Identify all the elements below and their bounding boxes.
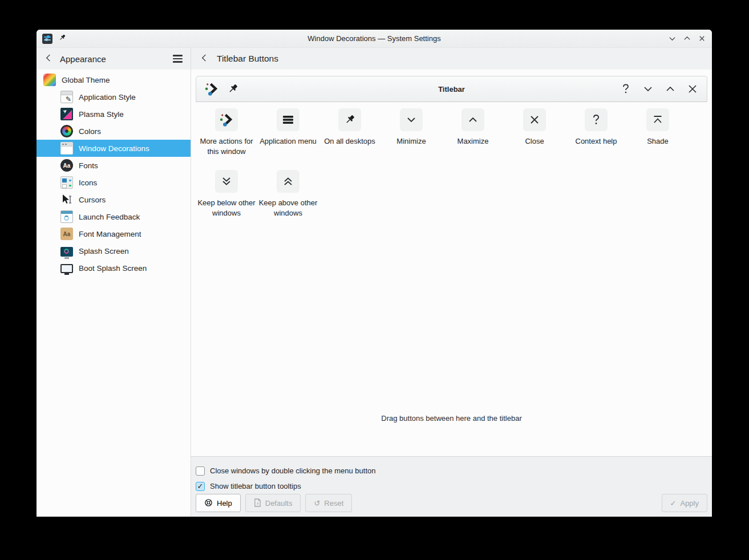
pin-icon: [338, 108, 361, 131]
colors-icon: [60, 125, 73, 137]
reset-button[interactable]: ↺ Reset: [305, 494, 352, 512]
sidebar-item-colors[interactable]: Colors: [37, 123, 191, 140]
sidebar-item-label: Cursors: [79, 196, 106, 204]
drag-button-label: On all desktops: [324, 136, 375, 147]
option-show-tooltips[interactable]: ✓ Show titlebar button tooltips: [196, 478, 707, 494]
sidebar-item-application-style[interactable]: Application Style: [37, 88, 191, 105]
reset-button-label: Reset: [324, 499, 343, 508]
window-titlebar[interactable]: Window Decorations — System Settings: [37, 30, 712, 47]
maximize-icon[interactable]: [664, 83, 677, 95]
sidebar-item-cursors[interactable]: Cursors: [37, 191, 191, 208]
footer-buttons: Help Defaults ↺ Reset ✓ Apply: [196, 494, 707, 512]
launch-feedback-icon: [60, 210, 73, 223]
application-style-icon: [60, 91, 73, 103]
splash-screen-icon: [60, 247, 73, 257]
option-close-double-click[interactable]: Close windows by double clicking the men…: [196, 463, 707, 478]
shade-icon: [646, 108, 669, 131]
minimize-button[interactable]: [668, 34, 677, 43]
document-revert-icon: [254, 498, 261, 508]
checkbox-checked[interactable]: ✓: [196, 482, 205, 491]
sidebar-item-label: Global Theme: [62, 76, 110, 84]
page-header: Titlebar Buttons: [191, 48, 712, 70]
window-decorations-icon: [60, 142, 73, 155]
sidebar-item-font-management[interactable]: Aa Font Management: [37, 225, 191, 242]
sidebar-item-plasma-style[interactable]: Plasma Style: [37, 105, 191, 123]
chevron-up-icon: [461, 108, 484, 131]
drag-button-label: Shade: [647, 136, 669, 147]
sidebar-item-fonts[interactable]: Aa Fonts: [37, 157, 191, 174]
help-button-label: Help: [217, 499, 232, 508]
option-label: Close windows by double clicking the men…: [210, 466, 376, 475]
sidebar-item-launch-feedback[interactable]: Launch Feedback: [37, 208, 191, 225]
plasma-style-icon: [60, 108, 73, 120]
sidebar-item-boot-splash-screen[interactable]: Boot Splash Screen: [37, 259, 191, 277]
cursors-icon: [60, 193, 73, 206]
question-icon: [585, 108, 608, 131]
sidebar-item-label: Plasma Style: [79, 110, 124, 119]
sidebar-item-label: Icons: [79, 178, 97, 187]
defaults-button-label: Defaults: [265, 499, 293, 508]
drag-button-close[interactable]: Close: [504, 108, 565, 170]
drag-button-application-menu[interactable]: Application menu: [257, 108, 319, 170]
close-button[interactable]: [698, 34, 706, 43]
drag-button-context-help[interactable]: Context help: [565, 108, 627, 170]
main-content: Titlebar: [191, 70, 712, 517]
option-label: Show titlebar button tooltips: [210, 482, 301, 490]
back-chevron-icon[interactable]: [200, 54, 209, 64]
double-chevron-up-icon: [277, 170, 299, 193]
drag-button-minimize[interactable]: Minimize: [380, 108, 442, 170]
minimize-icon[interactable]: [642, 83, 654, 95]
drag-button-label: Application menu: [260, 136, 317, 147]
apply-button-label: Apply: [680, 499, 699, 508]
options-panel: Close windows by double clicking the men…: [191, 456, 712, 517]
drag-button-label: Maximize: [458, 136, 489, 147]
context-help-icon[interactable]: [620, 83, 632, 95]
available-buttons-grid: More actions for this window Application…: [196, 108, 698, 232]
sidebar-item-label: Colors: [79, 127, 101, 136]
font-management-icon: Aa: [60, 228, 73, 240]
defaults-button[interactable]: Defaults: [245, 494, 301, 512]
drag-button-keep-above[interactable]: Keep above other windows: [257, 170, 319, 232]
sidebar-item-label: Splash Screen: [79, 247, 129, 255]
sidebar-item-label: Font Management: [79, 230, 141, 238]
sidebar-item-label: Window Decorations: [79, 144, 149, 153]
page-title: Titlebar Buttons: [217, 54, 278, 64]
drag-button-on-all-desktops[interactable]: On all desktops: [319, 108, 380, 170]
sidebar-item-global-theme[interactable]: Global Theme: [37, 71, 191, 88]
back-chevron-icon[interactable]: [44, 54, 53, 64]
sidebar-item-splash-screen[interactable]: Splash Screen: [37, 242, 191, 259]
help-button[interactable]: Help: [196, 494, 241, 512]
header-row: Appearance Titlebar Buttons: [37, 47, 712, 70]
close-icon: [523, 108, 546, 131]
drag-button-maximize[interactable]: Maximize: [442, 108, 504, 170]
hamburger-icon[interactable]: [173, 55, 183, 62]
drag-button-label: More actions for this window: [197, 136, 256, 157]
close-icon[interactable]: [686, 83, 699, 95]
sidebar-title: Appearance: [60, 54, 106, 64]
application-menu-icon: [277, 108, 299, 131]
drag-button-label: Keep above other windows: [258, 198, 318, 218]
drag-button-keep-below[interactable]: Keep below other windows: [196, 170, 257, 232]
sidebar-item-label: Fonts: [79, 161, 98, 170]
drag-button-label: Keep below other windows: [197, 198, 256, 218]
window-title: Window Decorations — System Settings: [37, 34, 712, 43]
checkmark-icon: ✓: [670, 500, 677, 507]
sidebar-item-icons[interactable]: Icons: [37, 174, 191, 191]
maximize-button[interactable]: [683, 34, 691, 43]
drag-button-more-actions[interactable]: More actions for this window: [196, 108, 257, 170]
more-actions-icon: [215, 108, 238, 131]
preview-titlebar[interactable]: Titlebar: [196, 76, 707, 102]
drag-hint-text: Drag buttons between here and the titleb…: [191, 414, 712, 423]
fonts-icon: Aa: [60, 159, 73, 172]
drag-button-label: Minimize: [396, 136, 426, 147]
sidebar-item-label: Application Style: [79, 93, 136, 102]
checkbox-unchecked[interactable]: [196, 466, 205, 476]
sidebar-item-label: Boot Splash Screen: [79, 264, 147, 273]
apply-button[interactable]: ✓ Apply: [662, 494, 707, 512]
drag-button-shade[interactable]: Shade: [627, 108, 689, 170]
global-theme-icon: [43, 74, 56, 86]
system-settings-window: Window Decorations — System Settings App…: [37, 30, 712, 517]
sidebar-item-window-decorations[interactable]: Window Decorations: [37, 140, 191, 157]
icons-icon: [60, 176, 73, 189]
sidebar-header: Appearance: [37, 48, 191, 70]
